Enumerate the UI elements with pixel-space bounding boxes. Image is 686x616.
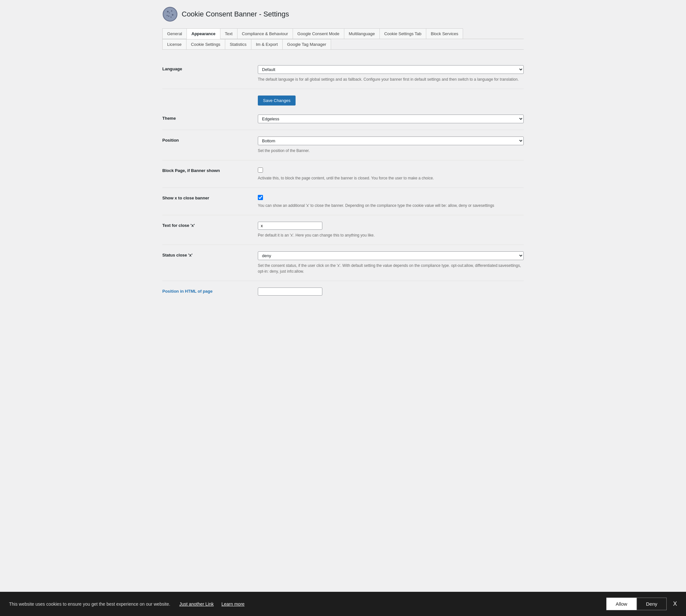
tab-text[interactable]: Text [220,28,238,39]
language-desc: The default language is for all global s… [258,76,524,82]
text-close-x-label: Text for close 'x' [162,222,253,228]
cookie-banner-link1[interactable]: Just another Link [179,601,214,607]
cookie-icon [162,6,178,22]
theme-select[interactable]: Edgeless Classic Dark Light [258,114,524,123]
svg-point-7 [167,15,168,16]
language-label: Language [162,65,253,71]
tab-appearance[interactable]: Appearance [186,28,220,39]
svg-point-6 [170,17,172,18]
tab-general[interactable]: General [162,28,187,39]
position-html-setting: Position in HTML of page [162,281,524,302]
svg-point-4 [172,14,174,16]
cookie-banner: This website uses cookies to ensure you … [0,592,686,616]
svg-point-3 [171,10,172,12]
close-banner-button[interactable]: X [673,600,677,607]
tab-multilanguage[interactable]: Multilanguage [344,28,380,39]
status-close-x-select[interactable]: deny allow savesettings [258,251,524,260]
svg-point-2 [167,11,169,13]
tab-block-services[interactable]: Block Services [426,28,463,39]
app-header: Cookie Consent Banner - Settings [162,6,524,22]
tab-google-consent[interactable]: Google Consent Mode [293,28,344,39]
svg-point-8 [169,13,170,14]
status-close-x-control: deny allow savesettings Set the consent … [258,251,524,274]
save-button[interactable]: Save Changes [258,95,295,106]
language-control: Default English German French Spanish Th… [258,65,524,82]
tab-cookie-settings-tab[interactable]: Cookie Settings Tab [379,28,426,39]
tab-cookie-settings[interactable]: Cookie Settings [186,39,225,50]
settings-content: Language Default English German French S… [162,59,524,302]
cookie-banner-text: This website uses cookies to ensure you … [9,601,170,607]
tab-statistics[interactable]: Statistics [225,39,251,50]
position-html-control [258,287,524,295]
status-close-x-setting: Status close 'x' deny allow savesettings… [162,245,524,281]
position-select[interactable]: Bottom Top Top Left Top Right Bottom Lef… [258,136,524,145]
theme-control: Edgeless Classic Dark Light [258,114,524,123]
position-html-label: Position in HTML of page [162,287,253,294]
page-title: Cookie Consent Banner - Settings [182,10,289,18]
block-page-desc: Activate this, to block the page content… [258,175,524,181]
language-select[interactable]: Default English German French Spanish [258,65,524,74]
block-page-label: Block Page, if Banner shown [162,167,253,173]
position-desc: Set the position of the Banner. [258,148,524,154]
block-page-control: Activate this, to block the page content… [258,167,524,181]
show-x-checkbox[interactable] [258,195,263,200]
tab-google-tag[interactable]: Google Tag Manager [282,39,331,50]
cookie-banner-buttons: Allow Deny [606,598,667,610]
show-x-setting: Show x to close banner You can show an a… [162,188,524,215]
show-x-control: You can show an additional 'x' to close … [258,194,524,208]
save-section: Save Changes [162,89,524,108]
position-control: Bottom Top Top Left Top Right Bottom Lef… [258,136,524,154]
theme-setting: Theme Edgeless Classic Dark Light [162,108,524,130]
status-close-x-desc: Set the consent status, if the user clic… [258,263,524,274]
block-page-setting: Block Page, if Banner shown Activate thi… [162,160,524,188]
tab-license[interactable]: License [162,39,186,50]
cookie-banner-link2[interactable]: Learn more [221,601,245,607]
text-close-x-input[interactable] [258,222,322,230]
status-close-x-label: Status close 'x' [162,251,253,258]
tab-im-export[interactable]: Im & Export [251,39,283,50]
cookie-banner-left: This website uses cookies to ensure you … [9,601,606,607]
deny-button[interactable]: Deny [637,598,667,610]
show-x-label: Show x to close banner [162,194,253,200]
text-close-x-setting: Text for close 'x' Per default it is an … [162,215,524,245]
text-close-x-control: Per default it is an 'x'. Here you can c… [258,222,524,238]
position-label: Position [162,136,253,142]
show-x-desc: You can show an additional 'x' to close … [258,203,524,208]
theme-label: Theme [162,114,253,121]
language-setting: Language Default English German French S… [162,59,524,89]
tab-compliance[interactable]: Compliance & Behaviour [237,28,293,39]
block-page-checkbox[interactable] [258,168,263,173]
tabs-container: General Appearance Text Compliance & Beh… [162,28,524,50]
svg-point-5 [168,16,170,17]
position-setting: Position Bottom Top Top Left Top Right B… [162,130,524,160]
allow-button[interactable]: Allow [606,598,637,610]
svg-point-1 [163,8,177,21]
text-close-x-desc: Per default it is an 'x'. Here you can c… [258,232,524,238]
position-html-input[interactable] [258,287,322,295]
